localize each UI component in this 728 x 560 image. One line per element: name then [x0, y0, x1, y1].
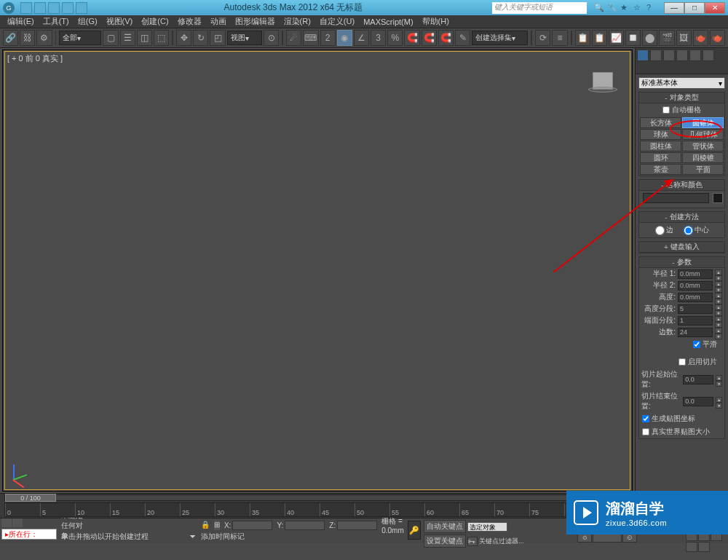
render-icon[interactable]: 🫖	[710, 30, 725, 46]
menu-edit[interactable]: 编辑(E)	[3, 16, 39, 27]
key-target-dropdown[interactable]: 选定对象	[467, 522, 507, 532]
selection-filter-dropdown[interactable]: 全部 ▾	[59, 31, 101, 45]
menu-graph[interactable]: 图形编辑器	[231, 16, 280, 27]
spinner-buttons[interactable]: ▲▼	[716, 397, 722, 406]
spinner-buttons[interactable]: ▲▼	[715, 328, 722, 337]
time-slider-thumb[interactable]: 0 / 100	[5, 494, 56, 502]
key-filters-button[interactable]: 关键点过滤器...	[479, 537, 524, 546]
snap-icon[interactable]: 🧲	[404, 30, 419, 46]
schematic-icon[interactable]: 🔲	[625, 30, 641, 46]
listener-icon[interactable]	[12, 518, 23, 527]
selection-lock-icon[interactable]: 🔑	[408, 521, 421, 540]
set-key-button[interactable]: 设置关键点	[424, 535, 466, 548]
menu-tools[interactable]: 工具(T)	[39, 16, 74, 27]
rollout-header[interactable]: -创建方法	[639, 212, 724, 223]
edge-radio[interactable]	[655, 226, 665, 235]
slice-to-input[interactable]: 0.0	[683, 397, 713, 406]
snap-icon[interactable]: 🧲	[422, 30, 437, 46]
viewcube[interactable]	[588, 72, 617, 98]
sphere-button[interactable]: 球体	[640, 129, 681, 140]
pyramid-button[interactable]: 四棱锥	[682, 152, 724, 163]
ref-coord-dropdown[interactable]: 视图 ▾	[227, 31, 262, 45]
bind-icon[interactable]: ⚙	[36, 30, 52, 46]
time-tag-icon[interactable]: ⏷	[189, 532, 197, 540]
layer-icon[interactable]: 📋	[575, 30, 590, 46]
align-icon[interactable]: ≡	[552, 30, 567, 46]
percent-snap-icon[interactable]: 3	[371, 30, 386, 46]
rotate-icon[interactable]: ↻	[193, 30, 208, 46]
qat-icon[interactable]	[48, 2, 60, 14]
menu-render[interactable]: 渲染(R)	[280, 16, 315, 27]
qat-icon[interactable]	[34, 2, 46, 14]
lock-icon[interactable]: 🔒	[201, 521, 210, 530]
menu-group[interactable]: 组(G)	[74, 16, 102, 27]
minimize-button[interactable]: —	[664, 2, 684, 14]
qat-icon[interactable]	[62, 2, 74, 14]
teapot-button[interactable]: 茶壶	[640, 164, 681, 175]
star-icon[interactable]: ★	[620, 3, 630, 13]
editor-icon[interactable]: ✎	[455, 30, 470, 46]
snap-2d-icon[interactable]: 2	[320, 30, 336, 46]
sides-input[interactable]: 24	[678, 328, 713, 337]
select-name-icon[interactable]: ☰	[120, 30, 135, 46]
mirror-icon[interactable]: ⟳	[535, 30, 550, 46]
box-button[interactable]: 长方体	[640, 117, 681, 128]
add-time-tag[interactable]: 添加时间标记	[201, 532, 245, 542]
cylinder-button[interactable]: 圆柱体	[640, 141, 681, 151]
x-input[interactable]	[232, 521, 272, 530]
select-region-icon[interactable]: ◫	[137, 30, 152, 46]
spinner-buttons[interactable]: ▲▼	[715, 293, 722, 302]
smooth-checkbox[interactable]	[693, 341, 700, 348]
layer-icon[interactable]: 📋	[592, 30, 607, 46]
viewcube-ring[interactable]	[588, 87, 617, 92]
star-icon[interactable]: ☆	[633, 3, 644, 13]
plane-button[interactable]: 平面	[682, 164, 724, 175]
link-icon[interactable]: 🔗	[3, 30, 18, 46]
menu-maxscript[interactable]: MAXScript(M)	[359, 17, 417, 26]
gen-mapping-checkbox[interactable]	[642, 415, 649, 422]
scale-icon[interactable]: ◰	[210, 30, 225, 46]
pivot-icon[interactable]: ⊙	[264, 30, 279, 46]
select-icon[interactable]: ▢	[103, 30, 118, 46]
modify-tab-icon[interactable]	[650, 50, 662, 61]
menu-help[interactable]: 帮助(H)	[418, 16, 454, 27]
move-icon[interactable]: ✥	[176, 30, 191, 46]
key-icon[interactable]: 🔧	[607, 3, 617, 13]
cone-button[interactable]: 圆锥体	[682, 117, 724, 128]
height-input[interactable]: 0.0mm	[678, 293, 713, 302]
spinner-buttons[interactable]: ▲▼	[716, 375, 722, 384]
spinner-buttons[interactable]: ▲▼	[715, 281, 722, 291]
spinner-buttons[interactable]: ▲▼	[715, 316, 722, 326]
qat-icon[interactable]	[20, 2, 32, 14]
autogrid-checkbox[interactable]	[662, 106, 670, 114]
help-icon[interactable]: ?	[646, 3, 657, 13]
window-crossing-icon[interactable]: ⬚	[154, 30, 169, 46]
geosphere-button[interactable]: 几何球体	[682, 129, 724, 140]
geometry-subcategory-dropdown[interactable]: 标准基本体▾	[638, 77, 725, 89]
object-color-swatch[interactable]	[713, 193, 723, 203]
create-tab-icon[interactable]	[637, 50, 649, 61]
edge-radio-label[interactable]: 边	[655, 225, 673, 235]
render-frame-icon[interactable]: 🖼	[676, 30, 692, 46]
curve-editor-icon[interactable]: 📈	[609, 30, 624, 46]
torus-button[interactable]: 圆环	[640, 152, 681, 163]
real-world-checkbox[interactable]	[642, 428, 649, 435]
close-button[interactable]: ✕	[705, 2, 725, 14]
object-name-input[interactable]	[643, 193, 709, 203]
height-segs-input[interactable]: 5	[678, 304, 713, 314]
search-icon[interactable]: 🔍	[594, 3, 604, 13]
angle-snap-icon[interactable]: ∠	[354, 30, 369, 46]
menu-modifiers[interactable]: 修改器	[173, 16, 206, 27]
menu-animation[interactable]: 动画	[206, 16, 231, 27]
unlink-icon[interactable]: ⛓	[20, 30, 35, 46]
material-icon[interactable]: ⬤	[642, 30, 657, 46]
utilities-tab-icon[interactable]	[703, 50, 714, 61]
tube-button[interactable]: 管状体	[682, 141, 724, 151]
keyboard-icon[interactable]: ⌨	[303, 30, 318, 46]
menu-customize[interactable]: 自定义(U)	[315, 16, 359, 27]
spinner-buttons[interactable]: ▲▼	[715, 269, 722, 279]
rollout-header[interactable]: -参数	[639, 257, 724, 268]
center-radio-label[interactable]: 中心	[684, 225, 709, 235]
radius1-input[interactable]: 0.0mm	[678, 269, 713, 279]
iso-icon[interactable]: ⊞	[214, 521, 220, 530]
